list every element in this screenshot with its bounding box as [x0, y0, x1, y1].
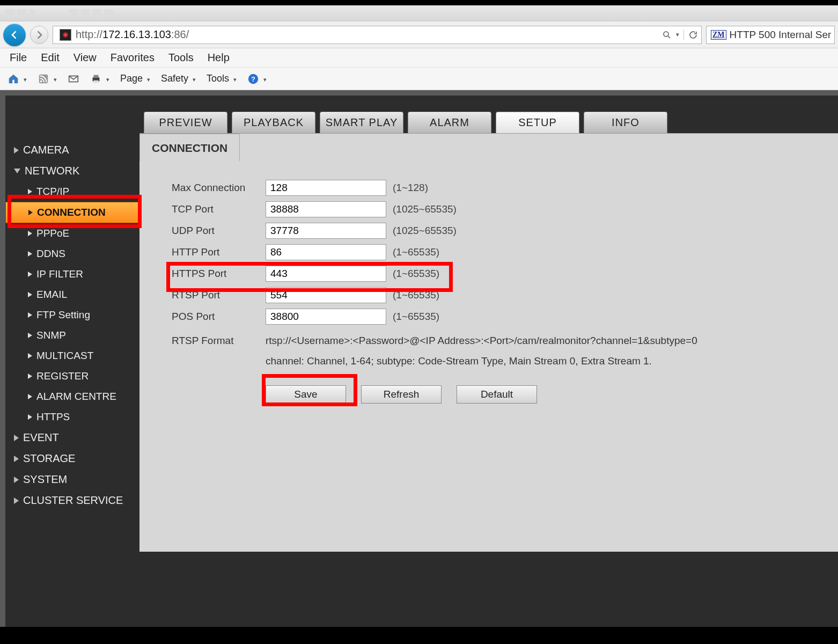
- sidebar-cluster[interactable]: CLUSTER SERVICE: [5, 490, 139, 511]
- input-httpport[interactable]: [266, 244, 386, 260]
- input-posport[interactable]: [266, 309, 386, 325]
- page-menu[interactable]: Page: [120, 73, 150, 84]
- default-button[interactable]: Default: [457, 385, 537, 404]
- tab-info[interactable]: INFO: [584, 112, 667, 133]
- feeds-button[interactable]: [38, 73, 57, 85]
- row-tcpport: TCP Port (1025~65535): [172, 199, 806, 220]
- back-button[interactable]: [3, 24, 26, 46]
- help-button[interactable]: ?: [247, 73, 267, 85]
- svg-text:?: ?: [251, 75, 255, 83]
- row-httpsport: HTTPS Port (1~65535): [172, 263, 806, 284]
- sidebar-snmp[interactable]: SNMP: [5, 325, 139, 346]
- menu-help[interactable]: Help: [208, 52, 230, 64]
- sidebar-tcpip[interactable]: TCP/IP: [5, 181, 139, 202]
- app-frame: PREVIEW PLAYBACK SMART PLAY ALARM SETUP …: [0, 90, 838, 627]
- svg-point-0: [664, 32, 668, 36]
- hint-httpsport: (1~65535): [393, 268, 439, 280]
- chevron-right-icon: [28, 292, 32, 297]
- sidebar-ftp[interactable]: FTP Setting: [5, 305, 139, 325]
- sidebar-ddns[interactable]: DDNS: [5, 244, 139, 264]
- home-button[interactable]: [8, 73, 27, 85]
- expand-icon: [14, 497, 19, 504]
- label-httpsport: HTTPS Port: [172, 268, 266, 280]
- label-rtspport: RTSP Port: [172, 289, 266, 301]
- sidebar-alarmcentre[interactable]: ALARM CENTRE: [5, 386, 139, 407]
- sidebar-camera[interactable]: CAMERA: [5, 140, 139, 160]
- safety-menu[interactable]: Safety: [161, 73, 196, 84]
- hint-rtspport: (1~65535): [393, 289, 439, 301]
- row-httpport: HTTP Port (1~65535): [172, 241, 806, 263]
- search-dropdown-icon[interactable]: ▾: [676, 31, 679, 38]
- svg-rect-5: [93, 75, 98, 77]
- input-maxconnection[interactable]: [266, 180, 386, 196]
- sidebar-register[interactable]: REGISTER: [5, 366, 139, 386]
- mail-button[interactable]: [68, 73, 79, 85]
- sidebar-system[interactable]: SYSTEM: [5, 469, 139, 490]
- menu-edit[interactable]: Edit: [41, 52, 59, 64]
- sidebar-ipfilter[interactable]: IP FILTER: [5, 264, 139, 284]
- forward-button[interactable]: [30, 26, 48, 44]
- label-udpport: UDP Port: [172, 225, 266, 237]
- chevron-right-icon: [28, 333, 32, 338]
- input-udpport[interactable]: [266, 223, 386, 239]
- label-maxconnection: Max Connection: [172, 182, 266, 194]
- sidebar-event[interactable]: EVENT: [5, 427, 139, 448]
- subtab-connection[interactable]: CONNECTION: [139, 134, 240, 161]
- save-button[interactable]: Save: [266, 385, 346, 404]
- input-httpsport[interactable]: [266, 266, 386, 282]
- menu-view[interactable]: View: [73, 52, 97, 64]
- sidebar-https[interactable]: HTTPS: [5, 407, 139, 427]
- tab-title: HTTP 500 Internal Ser: [730, 29, 832, 41]
- sidebar-pppoe[interactable]: PPPoE: [5, 223, 139, 244]
- expand-icon: [14, 477, 19, 483]
- tab-smartplay[interactable]: SMART PLAY: [320, 112, 403, 133]
- chevron-right-icon: [28, 251, 32, 257]
- chevron-right-icon: [28, 210, 33, 215]
- tools-menu[interactable]: Tools: [207, 73, 237, 84]
- label-rtspformat: RTSP Format: [172, 331, 266, 351]
- refresh-icon[interactable]: [688, 30, 698, 40]
- print-button[interactable]: [90, 73, 109, 85]
- hint-maxconnection: (1~128): [393, 182, 428, 194]
- row-udpport: UDP Port (1025~65535): [172, 220, 806, 241]
- menu-tools[interactable]: Tools: [168, 52, 194, 64]
- chevron-right-icon: [28, 414, 32, 420]
- hint-tcpport: (1025~65535): [393, 203, 457, 215]
- sidebar-connection[interactable]: CONNECTION: [5, 202, 139, 223]
- label-httpport: HTTP Port: [172, 246, 266, 258]
- menu-favorites[interactable]: Favorites: [111, 52, 155, 64]
- tab-playback[interactable]: PLAYBACK: [232, 112, 315, 133]
- menu-file[interactable]: File: [10, 52, 27, 64]
- input-tcpport[interactable]: [266, 201, 386, 217]
- expand-icon: [14, 147, 19, 153]
- address-bar-row: http://172.16.13.103:86/ ▾ ZM HTTP 500 I…: [0, 21, 838, 48]
- input-rtspport[interactable]: [266, 287, 386, 303]
- chevron-right-icon: [28, 353, 32, 358]
- refresh-button[interactable]: Refresh: [361, 385, 442, 404]
- chevron-right-icon: [28, 231, 32, 236]
- menu-bar: File Edit View Favorites Tools Help: [0, 48, 838, 68]
- content-panel: CONNECTION Max Connection (1~128) TCP Po…: [139, 133, 838, 552]
- search-icon[interactable]: [662, 30, 672, 40]
- sidebar-storage[interactable]: STORAGE: [5, 448, 139, 469]
- chevron-right-icon: [28, 312, 32, 318]
- address-bar[interactable]: http://172.16.13.103:86/ ▾: [53, 26, 702, 44]
- sidebar-network[interactable]: NETWORK: [5, 160, 139, 181]
- row-rtspport: RTSP Port (1~65535): [172, 284, 806, 306]
- rtsp-format-line1: rtsp://<Username>:<Password>@<IP Address…: [266, 331, 697, 351]
- tab-alarm[interactable]: ALARM: [408, 112, 491, 133]
- tab-setup[interactable]: SETUP: [496, 112, 579, 133]
- browser-chrome: http://172.16.13.103:86/ ▾ ZM HTTP 500 I…: [0, 5, 838, 90]
- top-tabs: PREVIEW PLAYBACK SMART PLAY ALARM SETUP …: [144, 112, 667, 133]
- sidebar-email[interactable]: EMAIL: [5, 284, 139, 305]
- sidebar-multicast[interactable]: MULTICAST: [5, 346, 139, 366]
- hint-httpport: (1~65535): [393, 246, 439, 258]
- browser-tab[interactable]: ZM HTTP 500 Internal Ser: [706, 26, 835, 44]
- expand-icon: [14, 435, 19, 441]
- tab-favicon: ZM: [711, 30, 726, 40]
- url-suffix: :86/: [171, 28, 189, 41]
- tab-preview[interactable]: PREVIEW: [144, 112, 227, 133]
- expand-icon: [14, 456, 19, 462]
- sidebar: CAMERA NETWORK TCP/IP CONNECTION PPPoE D…: [5, 140, 139, 511]
- chevron-right-icon: [28, 394, 32, 399]
